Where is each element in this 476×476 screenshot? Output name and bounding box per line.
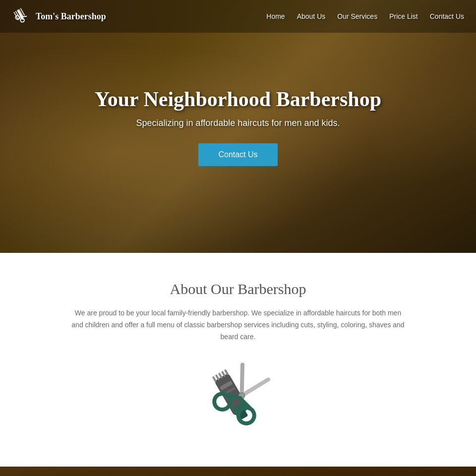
navbar: Tom's Barbershop Home About Us Our Servi…	[0, 0, 476, 33]
nav-item-services[interactable]: Our Services	[337, 12, 377, 21]
nav-link-services[interactable]: Our Services	[337, 12, 377, 20]
nav-link-contact[interactable]: Contact Us	[430, 12, 464, 20]
brand: Tom's Barbershop	[12, 7, 106, 26]
nav-link-pricelist[interactable]: Price List	[389, 12, 418, 20]
nav-item-pricelist[interactable]: Price List	[389, 12, 418, 21]
svg-point-6	[20, 18, 25, 23]
nav-link-about[interactable]: About Us	[297, 12, 326, 20]
hero-title: Your Neighborhood Barbershop	[95, 87, 381, 111]
barber-scissors-icon	[198, 362, 278, 442]
nav-links: Home About Us Our Services Price List Co…	[266, 12, 464, 21]
hero-section: Tom's Barbershop Home About Us Our Servi…	[0, 0, 476, 253]
nav-item-home[interactable]: Home	[266, 12, 285, 21]
hero-content: Your Neighborhood Barbershop Specializin…	[75, 87, 401, 166]
bottom-teaser-section: You're in Good H...	[0, 467, 476, 476]
about-text: We are proud to be your local family-fri…	[69, 307, 407, 343]
hero-cta-button[interactable]: Contact Us	[198, 143, 277, 166]
hero-subtitle: Specializing in affordable haircuts for …	[95, 118, 381, 128]
nav-item-contact[interactable]: Contact Us	[430, 12, 464, 21]
about-title: About Our Barbershop	[20, 281, 456, 298]
nav-item-about[interactable]: About Us	[297, 12, 326, 21]
brand-name: Tom's Barbershop	[36, 11, 106, 22]
nav-link-home[interactable]: Home	[266, 12, 285, 20]
brand-icon	[12, 7, 31, 26]
barber-icon-container	[20, 362, 456, 442]
about-section: About Our Barbershop We are proud to be …	[0, 253, 476, 467]
